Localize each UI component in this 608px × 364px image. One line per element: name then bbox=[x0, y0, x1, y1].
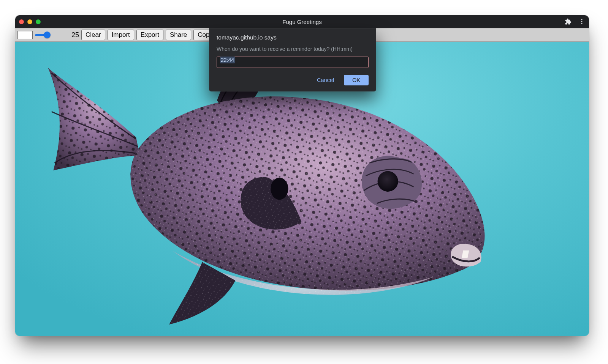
dialog-cancel-button[interactable]: Cancel bbox=[314, 75, 337, 85]
extensions-icon[interactable] bbox=[565, 18, 572, 25]
window-close-button[interactable] bbox=[19, 19, 24, 24]
kebab-menu-icon[interactable] bbox=[578, 18, 585, 25]
svg-point-1 bbox=[581, 21, 583, 22]
brush-size-slider[interactable] bbox=[35, 34, 65, 36]
brush-size-value: 25 bbox=[70, 31, 79, 39]
dialog-ok-button[interactable]: OK bbox=[344, 75, 369, 85]
window-maximize-button[interactable] bbox=[36, 19, 41, 24]
dialog-input[interactable]: 22:44 bbox=[217, 57, 369, 68]
export-button[interactable]: Export bbox=[136, 30, 163, 40]
color-swatch[interactable] bbox=[17, 31, 33, 39]
dialog-origin: tomayac.github.io says bbox=[217, 34, 369, 41]
dialog-input-value: 22:44 bbox=[220, 57, 235, 63]
share-button[interactable]: Share bbox=[166, 30, 191, 40]
window-minimize-button[interactable] bbox=[27, 19, 32, 24]
clear-button[interactable]: Clear bbox=[81, 30, 105, 40]
app-window: Fugu Greetings bbox=[15, 15, 589, 336]
window-title: Fugu Greetings bbox=[15, 19, 589, 25]
window-controls bbox=[19, 19, 41, 24]
titlebar: Fugu Greetings bbox=[15, 15, 589, 28]
dialog-actions: Cancel OK bbox=[217, 75, 369, 85]
import-button[interactable]: Import bbox=[108, 30, 134, 40]
svg-point-0 bbox=[581, 19, 583, 20]
dialog-message: When do you want to receive a reminder t… bbox=[217, 46, 369, 53]
js-prompt-dialog: tomayac.github.io says When do you want … bbox=[209, 28, 376, 91]
svg-point-2 bbox=[581, 23, 583, 24]
